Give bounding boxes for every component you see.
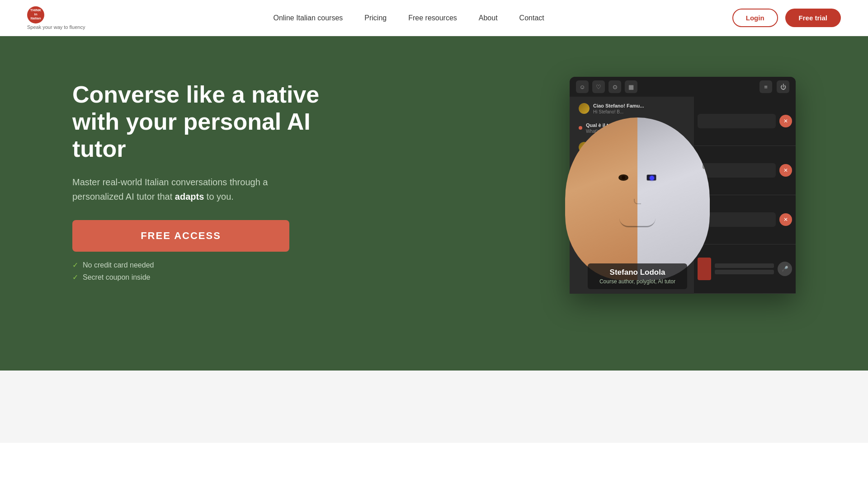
message-dot (579, 126, 582, 130)
hero-title: Converse like a native with your persona… (72, 81, 344, 162)
nav-item-courses[interactable]: Online Italian courses (273, 14, 343, 22)
hero-subtitle-suffix: to you. (204, 192, 234, 202)
check-icon-2: ✓ (72, 273, 78, 282)
toolbar-menu-icon: ≡ (760, 80, 772, 93)
right-panel-section-4: 🎤 (694, 244, 796, 294)
hero-section: Converse like a native with your persona… (0, 36, 868, 371)
nav-links: Online Italian courses Pricing Free reso… (273, 14, 544, 22)
right-block-1 (698, 114, 776, 128)
logo-tagline: Speak your way to fluency (27, 24, 85, 30)
app-mockup: ☺ ♡ ⊙ ▦ ≡ ⏻ (570, 77, 796, 294)
mic-icon[interactable]: 🎤 (778, 262, 792, 276)
right-block-3 (698, 212, 776, 227)
nav-item-pricing[interactable]: Pricing (364, 14, 387, 22)
right-panel-section-3: ✕ (694, 195, 796, 244)
logo-icon: THINKinItalian (27, 6, 44, 23)
right-block-2 (698, 163, 776, 178)
avatar (579, 103, 590, 114)
free-trial-button[interactable]: Free trial (785, 9, 841, 27)
hero-image-area: ☺ ♡ ⊙ ▦ ≡ ⏻ (344, 72, 796, 289)
below-hero (0, 371, 868, 443)
message-text-6: Deliziosa sce... Delicious cho... (586, 200, 685, 211)
logo[interactable]: THINKinItalian Speak your way to fluency (27, 6, 85, 30)
message-dot (579, 204, 582, 207)
message-text-5: Margh... Margh... (593, 181, 685, 192)
table-row: Ciao Stefano! Famu... Hi Stefano! B... (573, 100, 690, 117)
hero-checks: ✓ No credit card needed ✓ Secret coupon … (72, 261, 344, 282)
toolbar-icon-4: ▦ (625, 80, 637, 93)
avatar (579, 181, 590, 192)
toolbar-icon-1: ☺ (576, 80, 589, 93)
app-toolbar: ☺ ♡ ⊙ ▦ ≡ ⏻ (570, 77, 796, 97)
message-text-4: Buona sce... Good cho... (586, 161, 685, 173)
message-dot (579, 165, 582, 169)
table-row: La piz... Pizza c... (573, 139, 690, 156)
hero-content: Converse like a native with your persona… (72, 72, 344, 282)
right-panel-section-1: ✕ (694, 97, 796, 146)
table-row: Buona sce... Good cho... (573, 159, 690, 175)
right-action-2[interactable]: ✕ (779, 164, 792, 177)
login-button[interactable]: Login (732, 9, 778, 27)
message-text-3: La piz... Pizza c... (593, 142, 685, 153)
free-access-button[interactable]: FREE ACCESS (72, 220, 289, 252)
hero-subtitle: Master real-world Italian conversations … (72, 175, 289, 204)
hero-subtitle-prefix: Master real-world Italian conversations … (72, 177, 268, 202)
hero-check-2-label: Secret coupon inside (83, 273, 150, 282)
toolbar-power-icon: ⏻ (777, 80, 789, 93)
toolbar-right: ≡ ⏻ (760, 80, 789, 93)
hero-check-1: ✓ No credit card needed (72, 261, 344, 269)
table-row: Deliziosa sce... Delicious cho... (573, 197, 690, 214)
right-action-1[interactable]: ✕ (779, 115, 792, 127)
avatar (579, 142, 590, 153)
hero-check-2: ✓ Secret coupon inside (72, 273, 344, 282)
navbar: THINKinItalian Speak your way to fluency… (0, 0, 868, 36)
message-text-2: Qual è il tuo... What's y... (586, 122, 685, 134)
message-text-1: Ciao Stefano! Famu... Hi Stefano! B... (593, 103, 685, 114)
table-row: Qual è il tuo... What's y... (573, 120, 690, 136)
nav-item-resources[interactable]: Free resources (408, 14, 457, 22)
toolbar-icons: ☺ ♡ ⊙ ▦ (576, 80, 637, 93)
right-panel: ✕ ✕ ✕ (694, 97, 796, 294)
chat-panel: Ciao Stefano! Famu... Hi Stefano! B... (570, 97, 694, 294)
toolbar-icon-3: ⊙ (609, 80, 621, 93)
check-icon-1: ✓ (72, 261, 78, 269)
table-row: Margh... Margh... (573, 178, 690, 195)
right-panel-section-2: ✕ (694, 146, 796, 195)
nav-actions: Login Free trial (732, 9, 841, 27)
hero-check-1-label: No credit card needed (83, 261, 154, 269)
right-action-3[interactable]: ✕ (779, 213, 792, 226)
nav-item-contact[interactable]: Contact (519, 14, 544, 22)
nav-item-about[interactable]: About (479, 14, 498, 22)
app-content: Ciao Stefano! Famu... Hi Stefano! B... (570, 97, 796, 294)
toolbar-icon-2: ♡ (592, 80, 605, 93)
hero-subtitle-bold: adapts (175, 192, 204, 202)
